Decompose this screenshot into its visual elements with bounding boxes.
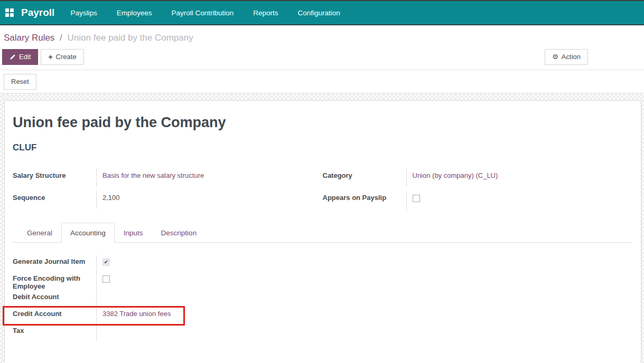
appears-on-payslip-label: Appears on Payslip [323,191,406,211]
tax-label: Tax [13,324,96,341]
field-salary-structure: Salary Structure Basis for the new salar… [13,169,323,187]
sequence-value: 2,100 [96,191,323,209]
debit-account-value [96,291,632,308]
edit-button-label: Edit [19,53,31,61]
salary-structure-label: Salary Structure [13,169,96,187]
main-menu: Payslips Employees Payroll Contribution … [70,9,340,17]
nav-item-configuration[interactable]: Configuration [298,9,340,17]
category-value[interactable]: Union (by company) (C_LU) [413,171,498,179]
breadcrumb-parent[interactable]: Salary Rules [4,33,54,43]
nav-item-reports[interactable]: Reports [253,9,278,17]
tab-general[interactable]: General [18,223,61,243]
breadcrumb-separator: / [60,33,62,43]
generate-journal-item-label: Generate Journal Item [13,255,96,272]
breadcrumb-current: Union fee paid by the Company [68,33,193,43]
sequence-label: Sequence [13,191,96,209]
create-button-label: Create [56,53,77,61]
field-force-encoding: Force Encoding with Employee [13,272,632,291]
fields-left-column: Salary Structure Basis for the new salar… [13,169,323,215]
field-category: Category Union (by company) (C_LU) [323,169,633,187]
top-navbar: Payroll Payslips Employees Payroll Contr… [0,0,644,25]
category-label: Category [323,169,406,187]
tab-description[interactable]: Description [152,223,206,243]
credit-account-label: Credit Account [13,308,96,324]
field-generate-journal-item: Generate Journal Item ✔ [13,255,632,272]
record-title: Union fee paid by the Company [13,114,632,131]
action-button-label: Action [562,53,581,61]
gear-icon: ⚙ [552,53,558,61]
create-button[interactable]: + Create [41,49,83,65]
plus-icon: + [48,53,52,61]
notebook-tabs: General Accounting Inputs Description [13,223,632,243]
app-name[interactable]: Payroll [21,7,54,18]
nav-item-payroll-contribution[interactable]: Payroll Contribution [171,9,234,17]
fields-grid: Salary Structure Basis for the new salar… [13,169,632,215]
reset-button[interactable]: Reset [4,74,36,90]
nav-item-payslips[interactable]: Payslips [70,9,97,17]
appears-on-payslip-checkbox[interactable] [413,195,420,202]
field-tax: Tax [13,324,632,341]
form-sheet: Union fee paid by the Company CLUF Salar… [4,100,641,363]
apps-grid-icon[interactable] [5,8,14,17]
record-code: CLUF [13,142,632,153]
tab-inputs[interactable]: Inputs [115,223,152,243]
credit-account-value[interactable]: 3382 Trade union fees [102,310,171,318]
edit-button[interactable]: Edit [2,49,38,65]
reset-row: Reset [0,70,644,93]
field-sequence: Sequence 2,100 [13,191,323,209]
debit-account-label: Debit Account [13,291,96,308]
fields-right-column: Category Union (by company) (C_LU) Appea… [323,169,633,215]
tax-value [96,324,632,341]
field-debit-account: Debit Account [13,291,632,308]
force-encoding-checkbox[interactable] [102,275,110,283]
control-panel-buttons: Edit + Create ⚙ Action [0,46,644,70]
breadcrumb: Salary Rules / Union fee paid by the Com… [0,25,644,46]
content-background: Union fee paid by the Company CLUF Salar… [0,93,644,363]
action-button[interactable]: ⚙ Action [545,49,588,65]
tab-accounting[interactable]: Accounting [61,223,115,243]
generate-journal-item-checkbox[interactable]: ✔ [102,259,110,266]
pencil-icon [10,54,16,60]
field-appears-on-payslip: Appears on Payslip [323,191,633,211]
nav-item-employees[interactable]: Employees [117,9,152,17]
field-credit-account: Credit Account 3382 Trade union fees [13,308,632,324]
salary-structure-value[interactable]: Basis for the new salary structure [102,171,204,179]
force-encoding-label: Force Encoding with Employee [13,272,96,291]
accounting-tab-content: Generate Journal Item ✔ Force Encoding w… [13,243,632,341]
